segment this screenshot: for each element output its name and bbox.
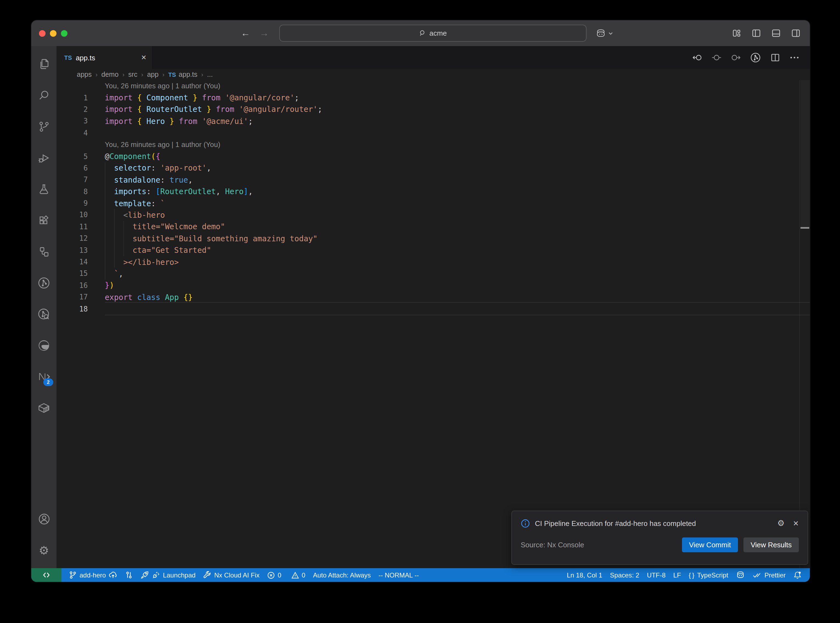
blame-annotation-row[interactable]: You, 26 minutes ago | 1 author (You) [57,139,810,150]
open-changes-icon[interactable] [711,52,722,63]
command-center-search[interactable]: acme [279,25,587,42]
split-editor-icon[interactable] [770,52,781,63]
code-row[interactable]: 16}) [57,279,810,291]
toggle-primary-sidebar-icon[interactable] [751,28,762,38]
line-number: 2 [57,105,88,114]
breadcrumb-tail[interactable]: ... [207,71,213,78]
code-row[interactable]: 4 [57,127,810,139]
tab-label: app.ts [76,54,95,62]
navigate-back-icon[interactable]: ← [241,28,250,39]
code-row[interactable]: 13 cta="Get Started" [57,244,810,256]
git-branch-status[interactable]: add-hero [65,568,121,582]
auto-attach-status[interactable]: Auto Attach: Always [309,568,375,582]
notification-settings-icon[interactable]: ⚙ [777,518,785,528]
breadcrumb-item[interactable]: src [128,71,137,78]
encoding-status[interactable]: UTF-8 [643,568,670,582]
copilot-icon[interactable] [595,28,606,39]
cursor-position-status[interactable]: Ln 18, Col 1 [563,568,606,582]
remote-indicator[interactable] [31,568,61,582]
code-row[interactable]: 18 [57,303,810,315]
chevron-down-icon[interactable] [608,31,613,36]
code-row[interactable]: 11 title="Welcmoe demo" [57,221,810,233]
copilot-icon [736,570,745,580]
toggle-panel-icon[interactable] [771,28,781,38]
commit-compare-icon [125,571,133,579]
vim-mode-status[interactable]: -- NORMAL -- [375,568,423,582]
sidebar-item-run-debug[interactable] [31,142,57,173]
tab-app-ts[interactable]: TS app.ts ✕ [57,46,152,69]
minimize-window-button[interactable] [50,30,57,37]
tab-close-icon[interactable]: ✕ [141,54,146,61]
sidebar-item-gitlens[interactable] [31,267,57,298]
launchpad-status[interactable]: Launchpad [137,568,200,582]
code-row[interactable]: 17export class App {} [57,291,810,303]
code-row[interactable]: 9 template: ` [57,198,810,209]
close-window-button[interactable] [39,30,46,37]
sidebar-item-testing[interactable] [31,173,57,204]
code-row[interactable]: 2import { RouterOutlet } from '@angular/… [57,104,810,115]
sidebar-item-hierarchy[interactable] [31,236,57,267]
account-icon [37,512,51,526]
breadcrumb-item[interactable]: app [147,71,158,78]
blame-annotation-row[interactable]: You, 26 minutes ago | 1 author (You) [57,80,810,92]
sidebar-item-containers[interactable] [31,392,57,424]
more-actions-icon[interactable] [789,52,800,63]
code-row[interactable]: 6 selector: 'app-root', [57,162,810,174]
copilot-status[interactable] [732,568,749,582]
notifications-status[interactable] [789,568,805,582]
notification-close-icon[interactable]: ✕ [793,519,799,527]
breadcrumb-item[interactable]: apps [77,71,92,78]
formatter-status[interactable]: Prettier [749,568,789,582]
zoom-window-button[interactable] [61,30,68,37]
code-row[interactable]: 10 <lib-hero [57,209,810,221]
code-row[interactable]: 8 imports: [RouterOutlet, Hero], [57,186,810,198]
code-lines[interactable]: You, 26 minutes ago | 1 author (You)1imp… [57,80,810,568]
scrollbar-thumb[interactable] [800,80,810,227]
accounts-button[interactable] [31,503,57,535]
overview-ruler-marker [800,227,809,229]
code-line-content: cta="Get Started" [105,244,810,256]
customize-layout-icon[interactable] [731,28,742,38]
sidebar-item-extensions[interactable] [31,204,57,236]
commit-graph-icon[interactable] [749,52,762,64]
sidebar-item-explorer[interactable] [31,48,57,80]
sidebar-item-edge-devtools[interactable] [31,330,57,361]
language-mode-status[interactable]: { } TypeScript [685,568,732,582]
gear-icon: ⚙ [39,545,49,556]
problems-status[interactable]: 0 0 [263,568,309,582]
typescript-file-icon: TS [64,54,72,61]
indentation-status[interactable]: Spaces: 2 [606,568,643,582]
sidebar-item-nx-console[interactable]: 2 [31,361,57,392]
sidebar-item-search[interactable] [31,80,57,111]
breadcrumb-item[interactable]: demo [101,71,119,78]
code-row[interactable]: 1import { Component } from '@angular/cor… [57,92,810,104]
line-number: 7 [57,176,88,184]
source-control-icon [37,120,51,133]
previous-change-icon[interactable] [692,52,703,63]
navigate-forward-icon[interactable]: → [260,28,269,39]
code-row[interactable]: 5@Component({ [57,150,810,162]
eol-status[interactable]: LF [670,568,685,582]
code-line-content: ></lib-hero> [105,256,810,268]
line-number: 9 [57,199,88,207]
code-row[interactable]: 14 ></lib-hero> [57,256,810,268]
line-number: 8 [57,187,88,195]
nx-cloud-fix-status[interactable]: Nx Cloud AI Fix [200,568,263,582]
code-row[interactable]: 3import { Hero } from '@acme/ui'; [57,115,810,127]
gitlens-inspect-icon [37,307,51,321]
view-results-button[interactable]: View Results [743,537,799,552]
code-row[interactable]: 7 standalone: true, [57,174,810,186]
sidebar-item-source-control[interactable] [31,111,57,142]
breadcrumb-file[interactable]: TSapp.ts [168,71,197,78]
toggle-secondary-sidebar-icon[interactable] [791,28,801,38]
rocket-icon [140,571,149,579]
code-row[interactable]: 12 subtitle="Build something amazing tod… [57,233,810,244]
next-change-icon[interactable] [730,52,741,63]
settings-button[interactable]: ⚙ [31,535,57,566]
code-row[interactable]: 15 `, [57,268,810,280]
view-commit-button[interactable]: View Commit [682,537,738,552]
editor-scrollbar[interactable] [799,80,810,568]
sidebar-item-gitlens-inspect[interactable] [31,298,57,330]
commit-compare-status[interactable] [121,568,137,582]
line-number: 14 [57,258,88,266]
